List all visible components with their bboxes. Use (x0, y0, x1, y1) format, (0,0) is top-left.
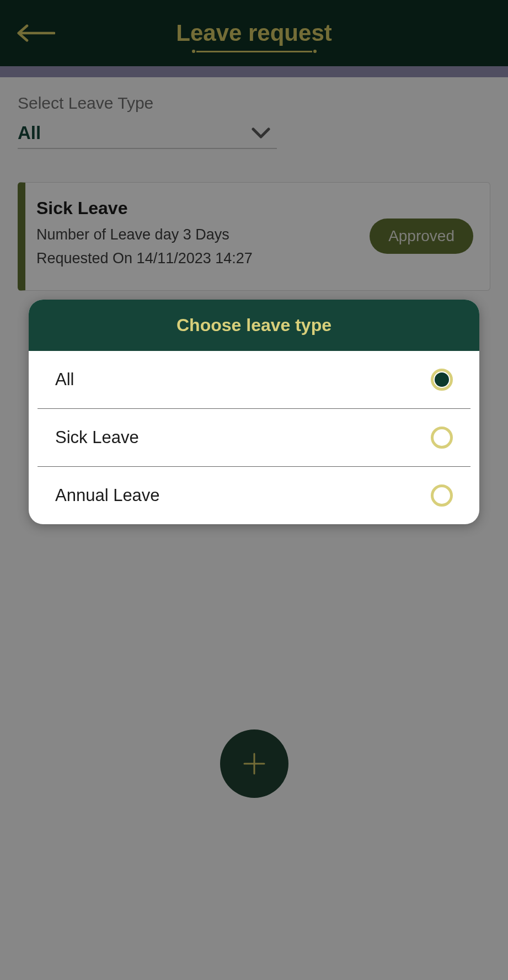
modal-title: Choose leave type (29, 300, 479, 351)
option-label: Annual Leave (55, 486, 160, 505)
leave-type-modal: Choose leave type AllSick LeaveAnnual Le… (29, 300, 479, 524)
leave-type-option[interactable]: Sick Leave (38, 409, 470, 467)
radio-inner (435, 488, 449, 503)
radio-button[interactable] (431, 484, 453, 507)
leave-type-option[interactable]: All (38, 351, 470, 409)
radio-button[interactable] (431, 369, 453, 391)
leave-type-option[interactable]: Annual Leave (38, 467, 470, 524)
option-label: All (55, 370, 74, 390)
radio-inner (435, 430, 449, 445)
radio-button[interactable] (431, 427, 453, 449)
radio-inner (435, 372, 449, 387)
option-label: Sick Leave (55, 428, 139, 448)
